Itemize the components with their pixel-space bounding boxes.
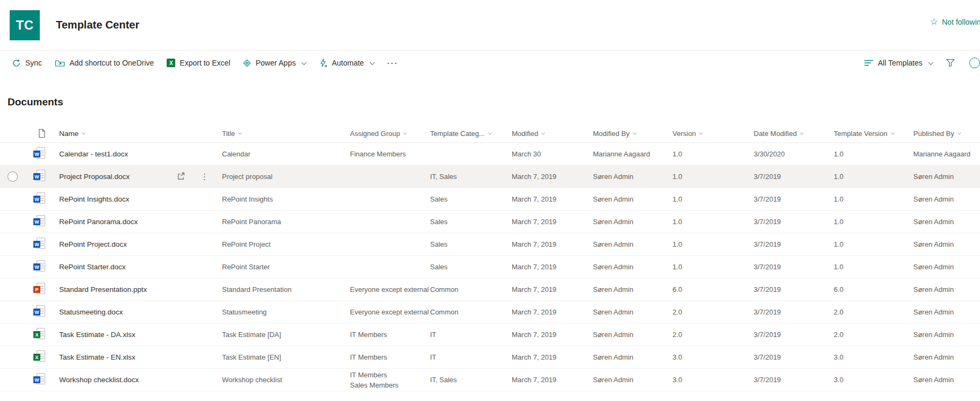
chevron-down-icon <box>238 131 242 134</box>
view-selector-label: All Templates <box>878 59 922 67</box>
date-modified: 3/7/2019 <box>754 353 834 361</box>
modified-by: Søren Admin <box>593 218 673 226</box>
file-name[interactable]: RePoint Insights.docx ⋮ <box>54 195 222 203</box>
file-type-column-icon[interactable] <box>30 128 54 138</box>
table-row[interactable]: W RePoint Project.docx ⋮ RePoint Project… <box>0 233 980 256</box>
table-row[interactable]: W RePoint Starter.docx ⋮ RePoint Starter… <box>0 256 980 278</box>
chevron-down-icon <box>541 131 545 134</box>
site-logo-text: TC <box>16 18 34 33</box>
modified-by: Søren Admin <box>593 263 673 271</box>
filter-button[interactable] <box>939 59 962 67</box>
version: 1.0 <box>673 263 754 271</box>
column-header-published-by[interactable]: Published By <box>913 130 980 138</box>
file-name[interactable]: Project Proposal.docx ⋮ <box>54 173 222 181</box>
date-modified: 3/7/2019 <box>754 218 834 226</box>
power-apps-icon <box>243 59 251 67</box>
file-name[interactable]: Workshop checklist.docx ⋮ <box>54 376 222 384</box>
add-shortcut-button[interactable]: Add shortcut to OneDrive <box>48 51 160 75</box>
column-header-date-modified[interactable]: Date Modified <box>754 130 834 138</box>
published-by: Søren Admin <box>913 195 980 203</box>
doc-title: Workshop checklist <box>222 376 350 384</box>
table-row[interactable]: W RePoint Panorama.docx ⋮ RePoint Panora… <box>0 211 980 233</box>
table-row[interactable]: W Statusmeeting.docx ⋮ Statusmeeting Eve… <box>0 301 980 324</box>
sync-label: Sync <box>25 59 42 67</box>
version: 3.0 <box>673 353 754 361</box>
site-logo[interactable]: TC <box>10 10 40 40</box>
power-apps-button[interactable]: Power Apps <box>237 51 312 75</box>
more-commands-button[interactable]: ··· <box>381 51 405 75</box>
sync-button[interactable]: Sync <box>5 51 48 75</box>
table-row[interactable]: W Workshop checklist.docx ⋮ Workshop che… <box>0 369 980 391</box>
modified: March 7, 2019 <box>512 353 593 361</box>
chevron-down-icon <box>82 131 85 134</box>
published-by: Søren Admin <box>913 331 980 339</box>
modified: March 7, 2019 <box>512 376 593 384</box>
automate-icon <box>319 59 327 67</box>
template-category: IT, Sales <box>430 173 512 181</box>
column-header-modified-by[interactable]: Modified By <box>593 130 673 138</box>
doc-title: Task Estimate [DA] <box>222 331 350 339</box>
modified: March 7, 2019 <box>512 263 593 271</box>
column-header-template-version[interactable]: Template Version <box>834 130 913 138</box>
table-row[interactable]: W Calendar - test1.docx ⋮ Calendar Finan… <box>0 143 980 166</box>
file-type-icon: W <box>30 214 54 229</box>
template-version: 1.0 <box>834 173 913 181</box>
page-icon <box>38 128 46 138</box>
column-header-assigned-group[interactable]: Assigned Group <box>350 130 430 138</box>
file-name[interactable]: RePoint Starter.docx ⋮ <box>54 263 222 271</box>
export-to-excel-button[interactable]: X Export to Excel <box>160 51 237 75</box>
file-name[interactable]: Statusmeeting.docx ⋮ <box>54 308 222 316</box>
template-category: Sales <box>430 263 512 271</box>
info-icon[interactable] <box>969 58 980 68</box>
table-row[interactable]: P Standard Presentation.pptx ⋮ Standard … <box>0 278 980 301</box>
documents-table: Name Title Assigned Group Template Categ… <box>0 124 980 391</box>
version: 1.0 <box>673 218 754 226</box>
version: 2.0 <box>673 308 754 316</box>
modified: March 7, 2019 <box>512 285 593 293</box>
column-header-modified[interactable]: Modified <box>512 130 593 138</box>
view-options-icon <box>864 59 874 67</box>
column-header-template-category[interactable]: Template Categ... <box>430 130 512 138</box>
date-modified: 3/7/2019 <box>754 285 834 293</box>
assigned-group: IT MembersSales Members <box>350 370 430 390</box>
column-header-title[interactable]: Title <box>222 130 350 138</box>
add-shortcut-onedrive-icon <box>55 59 65 67</box>
file-name[interactable]: Standard Presentation.pptx ⋮ <box>54 285 222 293</box>
table-row[interactable]: X Task Estimate - DA.xlsx ⋮ Task Estimat… <box>0 324 980 346</box>
library-heading: Documents <box>8 96 980 110</box>
file-name[interactable]: Task Estimate - DA.xlsx ⋮ <box>54 331 222 339</box>
version: 1.0 <box>673 240 754 248</box>
chevron-down-icon <box>403 131 407 134</box>
column-header-name[interactable]: Name <box>54 130 222 138</box>
page-title: Template Center <box>56 19 139 31</box>
table-row[interactable]: W Project Proposal.docx ⋮ Project propos… <box>0 166 980 188</box>
published-by: Søren Admin <box>913 173 980 181</box>
table-row[interactable]: X Task Estimate - EN.xlsx ⋮ Task Estimat… <box>0 346 980 369</box>
file-type-icon: W <box>30 237 54 252</box>
published-by: Søren Admin <box>913 218 980 226</box>
file-name[interactable]: Task Estimate - EN.xlsx ⋮ <box>54 353 222 361</box>
row-selection-circle[interactable] <box>8 171 18 182</box>
modified-by: Søren Admin <box>593 353 673 361</box>
table-row[interactable]: W RePoint Insights.docx ⋮ RePoint Insigh… <box>0 188 980 211</box>
column-header-version[interactable]: Version <box>673 130 754 138</box>
file-name[interactable]: Calendar - test1.docx ⋮ <box>54 150 222 158</box>
version: 1.0 <box>673 150 754 158</box>
assigned-group: IT Members <box>350 330 430 340</box>
view-selector[interactable]: All Templates <box>857 59 939 67</box>
chevron-down-icon <box>488 131 492 134</box>
file-name[interactable]: RePoint Project.docx ⋮ <box>54 240 222 248</box>
assigned-group: Finance Members <box>350 149 430 159</box>
doc-title: Project proposal <box>222 173 350 181</box>
date-modified: 3/7/2019 <box>754 308 834 316</box>
automate-button[interactable]: Automate <box>312 51 381 75</box>
template-category: Common <box>430 285 512 293</box>
row-select-cell[interactable] <box>0 171 30 182</box>
published-by: Søren Admin <box>913 285 980 293</box>
share-icon[interactable] <box>176 173 185 181</box>
file-name[interactable]: RePoint Panorama.docx ⋮ <box>54 218 222 226</box>
more-actions-icon[interactable]: ⋮ <box>201 173 209 181</box>
follow-button[interactable]: ☆ Not following <box>930 17 980 26</box>
template-version: 1.0 <box>834 240 913 248</box>
modified-by: Søren Admin <box>593 240 673 248</box>
